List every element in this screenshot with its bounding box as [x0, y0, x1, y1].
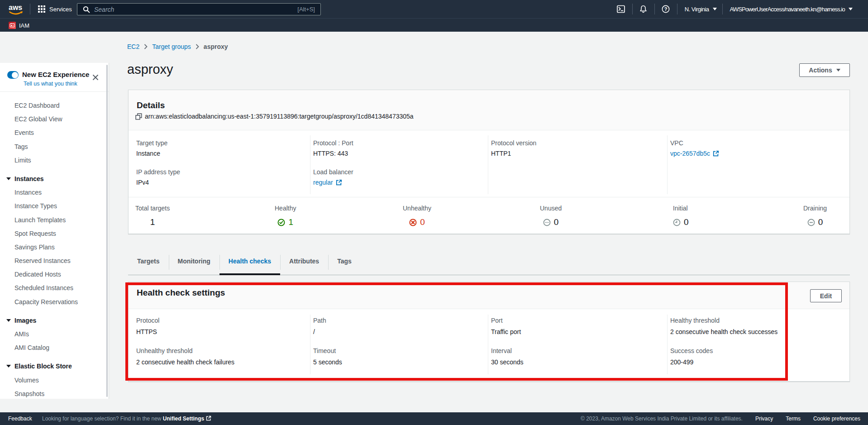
footer: Feedback Looking for language selection?… [0, 412, 868, 425]
sidebar-item-limits[interactable]: Limits [0, 156, 109, 169]
counter-value: 0 [684, 217, 689, 227]
breadcrumb-separator-icon [196, 44, 199, 49]
vpc-2657db5c-link[interactable]: vpc-2657db5c [670, 149, 719, 158]
actions-button[interactable]: Actions [799, 63, 850, 77]
field-vpc: VPCvpc-2657db5c [670, 138, 719, 158]
cookie-preferences-link[interactable]: Cookie preferences [813, 415, 860, 422]
sidebar-item-tags[interactable]: Tags [0, 142, 109, 156]
search-shortcut: [Alt+S] [297, 6, 315, 13]
sidebar-item-instance-types[interactable]: Instance Types [0, 201, 109, 215]
divider [30, 4, 30, 14]
clock-icon [673, 219, 681, 226]
field-label: Protocol [136, 316, 159, 325]
sidebar-section-images[interactable]: Images [0, 316, 109, 329]
sidebar-item-dedicated-hosts[interactable]: Dedicated Hosts [0, 270, 109, 283]
field-path: Path/ [313, 316, 326, 336]
help-icon: ? [662, 5, 670, 13]
field-label: Load balancer [313, 167, 353, 177]
field-label: Protocol : Port [313, 138, 353, 148]
copyright: © 2023, Amazon Web Services India Privat… [581, 415, 743, 422]
search-icon [83, 6, 90, 13]
field-label: IP address type [136, 167, 180, 177]
sidebar-item-spot-requests[interactable]: Spot Requests [0, 229, 109, 243]
breadcrumb-item-target-groups[interactable]: Target groups [152, 43, 191, 50]
terms-link[interactable]: Terms [786, 415, 801, 422]
field-value: 2 consecutive health check failures [136, 358, 234, 367]
field-value: HTTPS [136, 327, 159, 336]
sidebar-item-scheduled-instances[interactable]: Scheduled Instances [0, 283, 109, 297]
field-label: Interval [491, 346, 524, 355]
notifications-button[interactable] [633, 5, 654, 13]
divider [667, 315, 668, 374]
sidebar-item-snapshots[interactable]: Snapshots [0, 389, 109, 403]
tab-tags[interactable]: Tags [328, 250, 361, 275]
sidebar-item-ec2-global-view[interactable]: EC2 Global View [0, 115, 109, 128]
field-value: Traffic port [491, 327, 521, 336]
x-circle-icon [409, 219, 417, 226]
copy-icon[interactable] [135, 113, 142, 120]
sidebar-section-elastic-block-store[interactable]: Elastic Block Store [0, 362, 109, 375]
sidebar-item-amis[interactable]: AMIs [0, 329, 109, 343]
top-navigation-bar: aws Services Search [Alt+S] [0, 0, 868, 18]
counter-value: 0 [818, 217, 823, 227]
sidebar-item-instances[interactable]: Instances [0, 188, 109, 201]
breadcrumb-item-ec2[interactable]: EC2 [127, 43, 139, 50]
close-icon [92, 74, 99, 81]
field-target-type: Target typeInstance [136, 138, 167, 158]
field-value: regular [313, 178, 353, 187]
tab-attributes[interactable]: Attributes [280, 250, 328, 275]
counter-label: Unhealthy [403, 204, 431, 212]
sidebar-scrollbar[interactable] [106, 65, 108, 397]
target-group-arn: arn:aws:elasticloadbalancing:us-east-1:3… [145, 113, 414, 120]
iam-service-link[interactable]: IAM [9, 19, 29, 32]
edit-button[interactable]: Edit [810, 289, 842, 302]
feedback-button[interactable]: Feedback [8, 415, 32, 422]
sidebar-item-savings-plans[interactable]: Savings Plans [0, 243, 109, 256]
field-ip-address-type: IP address typeIPv4 [136, 167, 180, 187]
tab-health-checks[interactable]: Health checks [219, 250, 280, 275]
new-experience-toggle[interactable] [7, 71, 19, 79]
field-label: Unhealthy threshold [136, 346, 234, 355]
cloudshell-button[interactable] [610, 5, 632, 13]
tab-bar: TargetsMonitoringHealth checksAttributes… [128, 250, 850, 275]
help-button[interactable]: ? [655, 5, 677, 13]
details-card-header [129, 90, 849, 130]
sidebar-item-ec2-dashboard[interactable]: EC2 Dashboard [0, 101, 109, 115]
sidebar-item-capacity-reservations[interactable]: Capacity Reservations [0, 297, 109, 311]
breadcrumb-item-asproxy: asproxy [204, 43, 228, 50]
chevron-down-icon [713, 8, 717, 10]
health-card-header [129, 282, 849, 309]
sidebar-item-ami-catalog[interactable]: AMI Catalog [0, 343, 109, 357]
field-value: IPv4 [136, 178, 180, 187]
details-title: Details [137, 100, 165, 111]
search-input[interactable]: Search [Alt+S] [77, 3, 321, 15]
new-experience-panel: New EC2 Experience Tell us what you thin… [0, 63, 109, 92]
unified-settings-link[interactable]: Unified Settings [163, 415, 211, 422]
sidebar: New EC2 Experience Tell us what you thin… [0, 63, 109, 399]
sidebar-item-reserved-instances[interactable]: Reserved Instances [0, 256, 109, 270]
svg-text:?: ? [664, 6, 668, 12]
sidebar-item-launch-templates[interactable]: Launch Templates [0, 215, 109, 229]
privacy-link[interactable]: Privacy [755, 415, 773, 422]
sidebar-section-instances[interactable]: Instances [0, 174, 109, 188]
details-card: Details arn:aws:elasticloadbalancing:us-… [128, 90, 850, 234]
sidebar-item-volumes[interactable]: Volumes [0, 376, 109, 389]
services-menu-button[interactable]: Services [38, 0, 72, 18]
field-timeout: Timeout5 seconds [313, 346, 342, 367]
divider [488, 315, 488, 374]
counter-value: 1 [288, 217, 293, 227]
feedback-link[interactable]: Tell us what you think [24, 81, 77, 87]
account-menu[interactable]: AWSPowerUserAccess/navaneeth.kn@harness.… [723, 6, 858, 13]
account-label: AWSPowerUserAccess/navaneeth.kn@harness.… [730, 6, 845, 13]
tab-targets[interactable]: Targets [128, 250, 169, 275]
close-sidebar-banner-button[interactable] [92, 74, 99, 81]
sidebar-item-events[interactable]: Events [0, 128, 109, 142]
divider [488, 135, 488, 194]
regular-link[interactable]: regular [313, 178, 342, 187]
counter-healthy: Healthy1 [275, 204, 296, 227]
region-selector[interactable]: N. Virginia [677, 6, 722, 13]
field-value: / [313, 327, 326, 336]
aws-logo[interactable]: aws [9, 4, 24, 15]
field-interval: Interval30 seconds [491, 346, 524, 367]
tab-monitoring[interactable]: Monitoring [169, 250, 219, 275]
